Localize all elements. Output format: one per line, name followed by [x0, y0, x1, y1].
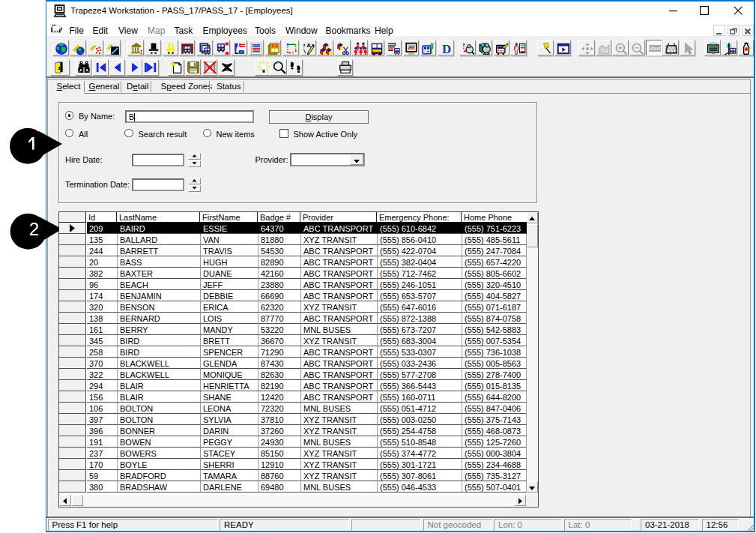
svg-text:2: 2 — [29, 219, 39, 239]
svg-text:D: D — [442, 42, 451, 55]
